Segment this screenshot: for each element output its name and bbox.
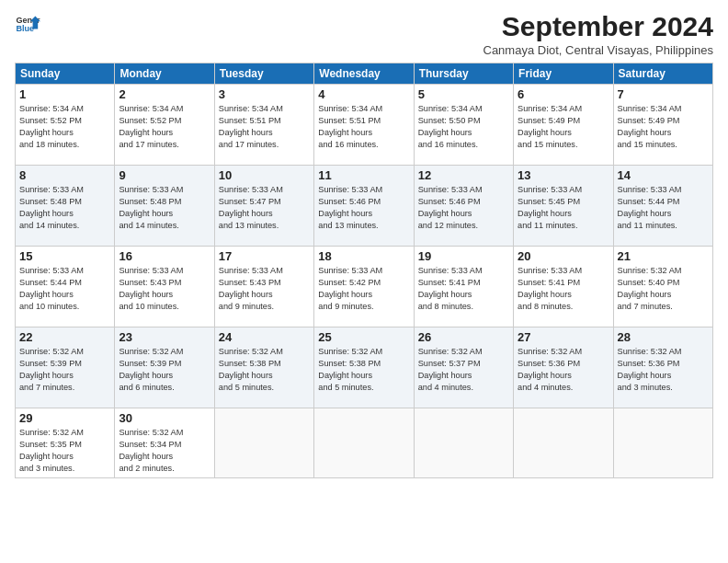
table-row: 19 Sunrise: 5:33 AM Sunset: 5:41 PM Dayl… xyxy=(414,247,513,327)
day-info: Sunrise: 5:33 AM Sunset: 5:48 PM Dayligh… xyxy=(19,184,110,232)
day-number: 10 xyxy=(219,168,310,182)
logo: General Blue xyxy=(15,11,40,37)
day-info: Sunrise: 5:33 AM Sunset: 5:46 PM Dayligh… xyxy=(318,184,409,232)
table-row xyxy=(414,408,513,478)
table-row: 21 Sunrise: 5:32 AM Sunset: 5:40 PM Dayl… xyxy=(613,247,712,327)
day-number: 1 xyxy=(19,87,110,101)
day-number: 8 xyxy=(19,168,110,182)
day-info: Sunrise: 5:33 AM Sunset: 5:44 PM Dayligh… xyxy=(19,265,110,313)
table-row: 4 Sunrise: 5:34 AM Sunset: 5:51 PM Dayli… xyxy=(314,85,414,166)
table-row: 26 Sunrise: 5:32 AM Sunset: 5:37 PM Dayl… xyxy=(414,327,513,408)
table-row: 7 Sunrise: 5:34 AM Sunset: 5:49 PM Dayli… xyxy=(613,85,712,166)
day-info: Sunrise: 5:32 AM Sunset: 5:38 PM Dayligh… xyxy=(318,346,409,394)
table-row: 23 Sunrise: 5:32 AM Sunset: 5:39 PM Dayl… xyxy=(115,327,214,408)
day-info: Sunrise: 5:34 AM Sunset: 5:51 PM Dayligh… xyxy=(219,103,310,151)
day-number: 30 xyxy=(119,411,210,425)
table-row: 3 Sunrise: 5:34 AM Sunset: 5:51 PM Dayli… xyxy=(214,85,313,166)
day-number: 11 xyxy=(318,168,409,182)
col-monday: Monday xyxy=(115,63,214,85)
calendar-header-row: Sunday Monday Tuesday Wednesday Thursday… xyxy=(16,63,713,85)
table-row: 30 Sunrise: 5:32 AM Sunset: 5:34 PM Dayl… xyxy=(115,408,214,478)
day-number: 26 xyxy=(418,330,509,344)
table-row: 13 Sunrise: 5:33 AM Sunset: 5:45 PM Dayl… xyxy=(514,166,613,247)
day-info: Sunrise: 5:34 AM Sunset: 5:51 PM Dayligh… xyxy=(318,103,409,151)
table-row: 17 Sunrise: 5:33 AM Sunset: 5:43 PM Dayl… xyxy=(214,247,313,327)
day-info: Sunrise: 5:34 AM Sunset: 5:49 PM Dayligh… xyxy=(618,103,709,151)
calendar: Sunday Monday Tuesday Wednesday Thursday… xyxy=(15,63,713,478)
table-row: 28 Sunrise: 5:32 AM Sunset: 5:36 PM Dayl… xyxy=(613,327,712,408)
day-number: 24 xyxy=(219,330,310,344)
day-number: 12 xyxy=(418,168,509,182)
day-number: 9 xyxy=(119,168,210,182)
table-row: 25 Sunrise: 5:32 AM Sunset: 5:38 PM Dayl… xyxy=(314,327,414,408)
day-info: Sunrise: 5:32 AM Sunset: 5:39 PM Dayligh… xyxy=(19,346,110,394)
day-info: Sunrise: 5:34 AM Sunset: 5:49 PM Dayligh… xyxy=(518,103,609,151)
day-number: 29 xyxy=(19,411,110,425)
table-row: 11 Sunrise: 5:33 AM Sunset: 5:46 PM Dayl… xyxy=(314,166,414,247)
table-row xyxy=(613,408,712,478)
logo-icon: General Blue xyxy=(15,11,40,37)
day-number: 4 xyxy=(318,87,409,101)
day-number: 15 xyxy=(19,249,110,263)
table-row: 27 Sunrise: 5:32 AM Sunset: 5:36 PM Dayl… xyxy=(514,327,613,408)
day-info: Sunrise: 5:32 AM Sunset: 5:39 PM Dayligh… xyxy=(119,346,210,394)
table-row xyxy=(214,408,313,478)
col-thursday: Thursday xyxy=(414,63,513,85)
table-row xyxy=(314,408,414,478)
day-info: Sunrise: 5:33 AM Sunset: 5:43 PM Dayligh… xyxy=(219,265,310,313)
day-number: 19 xyxy=(418,249,509,263)
col-sunday: Sunday xyxy=(16,63,115,85)
day-info: Sunrise: 5:32 AM Sunset: 5:38 PM Dayligh… xyxy=(219,346,310,394)
table-row: 22 Sunrise: 5:32 AM Sunset: 5:39 PM Dayl… xyxy=(16,327,115,408)
day-info: Sunrise: 5:33 AM Sunset: 5:42 PM Dayligh… xyxy=(318,265,409,313)
day-info: Sunrise: 5:34 AM Sunset: 5:52 PM Dayligh… xyxy=(19,103,110,151)
day-info: Sunrise: 5:32 AM Sunset: 5:40 PM Dayligh… xyxy=(618,265,709,313)
table-row: 10 Sunrise: 5:33 AM Sunset: 5:47 PM Dayl… xyxy=(214,166,313,247)
day-info: Sunrise: 5:32 AM Sunset: 5:36 PM Dayligh… xyxy=(618,346,709,394)
svg-text:Blue: Blue xyxy=(16,24,34,33)
day-number: 27 xyxy=(518,330,609,344)
table-row: 9 Sunrise: 5:33 AM Sunset: 5:48 PM Dayli… xyxy=(115,166,214,247)
day-info: Sunrise: 5:34 AM Sunset: 5:50 PM Dayligh… xyxy=(418,103,509,151)
day-number: 6 xyxy=(518,87,609,101)
col-wednesday: Wednesday xyxy=(314,63,414,85)
calendar-row: 22 Sunrise: 5:32 AM Sunset: 5:39 PM Dayl… xyxy=(16,327,713,408)
table-row: 18 Sunrise: 5:33 AM Sunset: 5:42 PM Dayl… xyxy=(314,247,414,327)
col-friday: Friday xyxy=(514,63,613,85)
day-info: Sunrise: 5:33 AM Sunset: 5:47 PM Dayligh… xyxy=(219,184,310,232)
day-info: Sunrise: 5:33 AM Sunset: 5:48 PM Dayligh… xyxy=(119,184,210,232)
day-info: Sunrise: 5:33 AM Sunset: 5:41 PM Dayligh… xyxy=(418,265,509,313)
day-number: 13 xyxy=(518,168,609,182)
day-number: 22 xyxy=(19,330,110,344)
table-row: 12 Sunrise: 5:33 AM Sunset: 5:46 PM Dayl… xyxy=(414,166,513,247)
day-number: 25 xyxy=(318,330,409,344)
day-number: 16 xyxy=(119,249,210,263)
header: General Blue September 2024 Canmaya Diot… xyxy=(15,11,713,57)
table-row: 14 Sunrise: 5:33 AM Sunset: 5:44 PM Dayl… xyxy=(613,166,712,247)
page: General Blue September 2024 Canmaya Diot… xyxy=(0,0,728,563)
day-number: 14 xyxy=(618,168,709,182)
day-number: 23 xyxy=(119,330,210,344)
calendar-row: 15 Sunrise: 5:33 AM Sunset: 5:44 PM Dayl… xyxy=(16,247,713,327)
day-info: Sunrise: 5:32 AM Sunset: 5:36 PM Dayligh… xyxy=(518,346,609,394)
day-number: 20 xyxy=(518,249,609,263)
day-number: 5 xyxy=(418,87,509,101)
calendar-row: 1 Sunrise: 5:34 AM Sunset: 5:52 PM Dayli… xyxy=(16,85,713,166)
day-info: Sunrise: 5:34 AM Sunset: 5:52 PM Dayligh… xyxy=(119,103,210,151)
table-row: 24 Sunrise: 5:32 AM Sunset: 5:38 PM Dayl… xyxy=(214,327,313,408)
col-tuesday: Tuesday xyxy=(214,63,313,85)
table-row: 5 Sunrise: 5:34 AM Sunset: 5:50 PM Dayli… xyxy=(414,85,513,166)
day-info: Sunrise: 5:33 AM Sunset: 5:46 PM Dayligh… xyxy=(418,184,509,232)
location: Canmaya Diot, Central Visayas, Philippin… xyxy=(483,43,714,57)
day-info: Sunrise: 5:33 AM Sunset: 5:41 PM Dayligh… xyxy=(518,265,609,313)
day-number: 21 xyxy=(618,249,709,263)
table-row: 1 Sunrise: 5:34 AM Sunset: 5:52 PM Dayli… xyxy=(16,85,115,166)
day-info: Sunrise: 5:33 AM Sunset: 5:45 PM Dayligh… xyxy=(518,184,609,232)
day-number: 18 xyxy=(318,249,409,263)
day-number: 7 xyxy=(618,87,709,101)
day-info: Sunrise: 5:33 AM Sunset: 5:44 PM Dayligh… xyxy=(618,184,709,232)
day-info: Sunrise: 5:33 AM Sunset: 5:43 PM Dayligh… xyxy=(119,265,210,313)
table-row: 8 Sunrise: 5:33 AM Sunset: 5:48 PM Dayli… xyxy=(16,166,115,247)
calendar-row: 29 Sunrise: 5:32 AM Sunset: 5:35 PM Dayl… xyxy=(16,408,713,478)
table-row: 29 Sunrise: 5:32 AM Sunset: 5:35 PM Dayl… xyxy=(16,408,115,478)
